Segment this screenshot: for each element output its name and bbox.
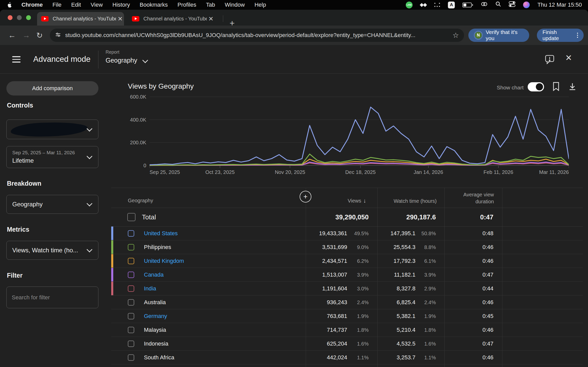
menubar-item-edit[interactable]: Edit: [71, 2, 81, 8]
show-chart-toggle[interactable]: [528, 82, 544, 91]
row-checkbox[interactable]: [128, 230, 134, 236]
menubar-item-tab[interactable]: Tab: [206, 2, 215, 8]
url-text: studio.youtube.com/channel/UCWhhS0gp3lDb…: [65, 32, 447, 39]
download-icon[interactable]: [568, 82, 577, 92]
menubar-item-file[interactable]: File: [52, 2, 61, 8]
views-line-chart[interactable]: 0200.0K400.0K600.0K Sep 25, 2025Oct 23, …: [112, 95, 584, 180]
menubar-item-chrome[interactable]: Chrome: [21, 2, 43, 8]
row-checkbox[interactable]: [128, 327, 134, 333]
tab-close-icon[interactable]: ✕: [208, 15, 213, 22]
reload-button[interactable]: ↻: [36, 31, 43, 40]
close-icon[interactable]: ×: [566, 52, 572, 64]
chart-plot-area[interactable]: [150, 95, 569, 169]
menubar-item-window[interactable]: Window: [225, 2, 245, 8]
geography-name[interactable]: Philippines: [144, 244, 171, 251]
column-header-avg-duration[interactable]: Average viewduration: [463, 191, 494, 205]
row-checkbox[interactable]: [128, 354, 134, 361]
row-checkbox[interactable]: [128, 313, 134, 319]
geography-name[interactable]: India: [144, 285, 156, 292]
traffic-light-zoom[interactable]: [26, 15, 31, 20]
bookmark-star-icon[interactable]: ☆: [453, 31, 459, 40]
avg-duration-value: 0:46: [482, 299, 493, 306]
verify-profile-button[interactable]: N Verify that it's you: [468, 29, 529, 42]
breakdown-value: Geography: [12, 201, 43, 208]
tab-channel-analytics-2[interactable]: Channel analytics - YouTube S ✕: [128, 12, 215, 26]
column-header-views[interactable]: Views ↓: [348, 197, 366, 204]
spotlight-search-icon[interactable]: [495, 1, 501, 8]
chevron-down-icon: [87, 126, 93, 132]
avg-duration-value: 0:44: [482, 285, 493, 292]
update-label: Finish update: [542, 29, 573, 41]
geography-name[interactable]: South Africa: [144, 354, 174, 361]
row-checkbox[interactable]: [128, 285, 134, 292]
browser-menu-icon[interactable]: [577, 33, 578, 38]
metrics-heading: Metrics: [7, 226, 29, 233]
traffic-light-close[interactable]: [8, 15, 13, 20]
table-row-philippines: Philippines3,531,6999.0%25,554.38.8%0:46: [111, 240, 583, 254]
watch-time-value: 4,532.5: [397, 340, 415, 347]
add-metric-column-button[interactable]: +: [300, 191, 311, 203]
add-comparison-button[interactable]: Add comparison: [6, 81, 98, 96]
channel-select-dropdown[interactable]: [6, 120, 98, 139]
menubar-item-view[interactable]: View: [91, 2, 103, 8]
battery-icon[interactable]: [462, 3, 473, 7]
advanced-mode-header: Advanced mode Report Geography ×: [0, 45, 588, 74]
control-center-icon[interactable]: [509, 1, 515, 8]
geography-name[interactable]: Indonesia: [144, 340, 168, 347]
row-checkbox[interactable]: [128, 299, 134, 305]
row-checkbox[interactable]: [128, 244, 134, 250]
row-checkbox[interactable]: [128, 258, 134, 264]
menubar-item-help[interactable]: Help: [254, 2, 266, 8]
filter-search-input[interactable]: [6, 287, 98, 308]
watch-time-value: 17,792.3: [393, 258, 415, 264]
total-checkbox[interactable]: [127, 213, 135, 221]
site-settings-icon[interactable]: [55, 32, 61, 39]
watch-time-value: 6,825.4: [397, 299, 415, 306]
tab-channel-analytics-1[interactable]: Channel analytics - YouTube S ✕: [37, 12, 124, 26]
row-checkbox[interactable]: [128, 271, 134, 278]
diamonds-app-icon[interactable]: [420, 4, 426, 6]
line-app-icon[interactable]: LINE: [406, 2, 413, 8]
date-preset-text: Lifetime: [12, 157, 34, 164]
menubar-item-bookmarks[interactable]: Bookmarks: [140, 2, 168, 8]
views-value: 2,434,571: [322, 258, 347, 264]
traffic-light-minimize[interactable]: [17, 15, 22, 20]
x-tick-label: Mar 11, 2026: [539, 169, 569, 175]
geography-name[interactable]: United Kingdom: [144, 258, 184, 264]
menubar-item-profiles[interactable]: Profiles: [177, 2, 196, 8]
geography-name[interactable]: Canada: [144, 271, 164, 278]
chevron-down-icon: [87, 247, 93, 253]
geography-name[interactable]: Germany: [144, 313, 167, 319]
siri-icon[interactable]: [523, 2, 530, 8]
tab-close-icon[interactable]: ✕: [118, 15, 123, 22]
feedback-icon[interactable]: [545, 54, 555, 65]
address-bar[interactable]: studio.youtube.com/channel/UCWhhS0gp3lDb…: [50, 29, 464, 42]
menu-bar-clock[interactable]: Thu 12 Mar 15:50: [537, 2, 582, 8]
finish-update-button[interactable]: Finish update: [537, 29, 584, 42]
geography-name[interactable]: United States: [144, 230, 178, 237]
apple-menu-icon[interactable]: [7, 2, 12, 8]
row-checkbox[interactable]: [128, 340, 134, 347]
geography-name[interactable]: Malaysia: [144, 327, 166, 333]
chevron-down-icon[interactable]: [142, 57, 148, 63]
report-selector[interactable]: Geography: [106, 57, 137, 64]
watch-time-value: 3,253.7: [397, 354, 415, 361]
input-source-icon[interactable]: A: [448, 2, 455, 8]
dots-app-icon[interactable]: [434, 2, 440, 7]
back-button[interactable]: ←: [8, 31, 16, 40]
forward-button[interactable]: →: [22, 31, 30, 40]
total-views: 39,290,050: [335, 213, 369, 221]
geography-name[interactable]: Australia: [144, 299, 166, 306]
column-header-watch-time[interactable]: Watch time (hours): [394, 198, 437, 204]
menu-hamburger-icon[interactable]: [12, 56, 20, 64]
link-icon[interactable]: [481, 1, 488, 8]
menu-items: ChromeFileEditViewHistoryBookmarksProfil…: [21, 2, 266, 8]
metrics-dropdown[interactable]: Views, Watch time (ho...: [6, 241, 98, 260]
y-tick-label: 400.0K: [112, 117, 146, 123]
column-header-geography[interactable]: Geography: [128, 198, 153, 204]
breakdown-dropdown[interactable]: Geography: [6, 195, 98, 214]
save-report-icon[interactable]: [552, 82, 560, 92]
menubar-item-history[interactable]: History: [112, 2, 130, 8]
date-range-dropdown[interactable]: Sep 25, 2025 – Mar 11, 2026 Lifetime: [6, 146, 98, 168]
watch-time-percent: 1.8%: [424, 327, 436, 333]
